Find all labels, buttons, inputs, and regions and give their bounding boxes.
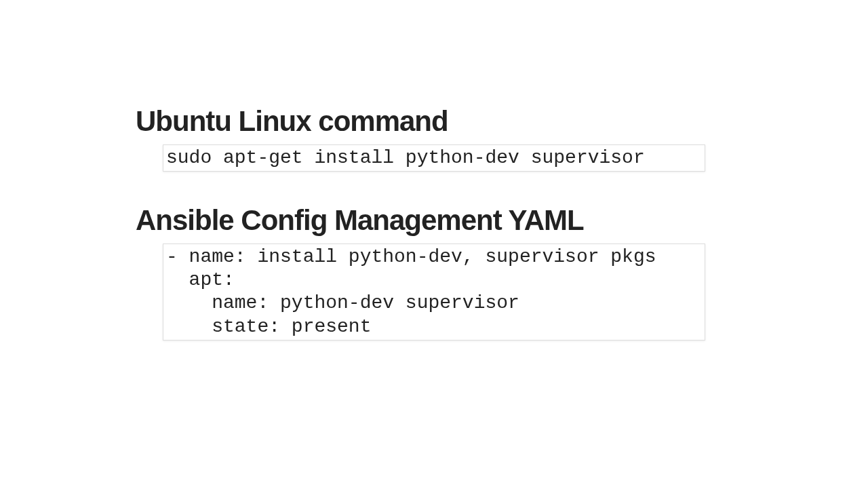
ubuntu-code-block: sudo apt-get install python-dev supervis… — [163, 144, 705, 172]
ansible-heading: Ansible Config Management YAML — [136, 204, 732, 237]
section-ubuntu: Ubuntu Linux command sudo apt-get instal… — [136, 105, 732, 172]
content-container: Ubuntu Linux command sudo apt-get instal… — [0, 0, 868, 341]
section-ansible: Ansible Config Management YAML - name: i… — [136, 204, 732, 341]
ansible-code-block: - name: install python-dev, supervisor p… — [163, 244, 705, 341]
ubuntu-heading: Ubuntu Linux command — [136, 105, 732, 138]
